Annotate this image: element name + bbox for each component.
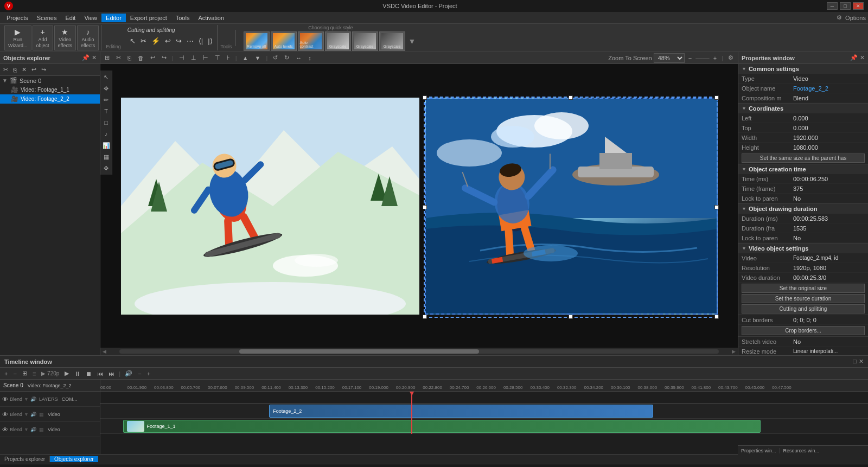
trim-left[interactable]: ⟨| <box>196 35 205 47</box>
canvas-delete[interactable]: 🗑 <box>136 54 146 62</box>
track2-row[interactable]: Footage_2_2 <box>100 404 868 419</box>
cutting-splitting-button[interactable]: Cutting and splitting <box>742 304 865 314</box>
minimize-button[interactable]: ─ <box>827 2 838 10</box>
clip-footage1-preview[interactable] <box>121 98 419 315</box>
options-label[interactable]: Options <box>845 15 866 21</box>
coordinates-header[interactable]: ▼ Coordinates <box>738 104 868 113</box>
prop-close-btn[interactable]: ✕ <box>860 54 865 61</box>
time-frame-value[interactable]: 375 <box>793 185 865 192</box>
track3-row[interactable]: Footage_1_1 <box>100 419 868 434</box>
tl-rewind[interactable]: ⏮ <box>95 369 105 378</box>
zoom-select[interactable]: 48% 25% 50% 75% 100% <box>654 53 685 63</box>
scissors-tool[interactable]: ⚡ <box>149 35 162 47</box>
bring-forward[interactable]: ▲ <box>240 54 251 62</box>
audio-tool[interactable]: ♪ <box>101 129 112 139</box>
tab-projects-explorer[interactable]: Projects explorer <box>0 456 50 462</box>
crop-borders-button[interactable]: Crop borders... <box>742 326 865 335</box>
tl-pause[interactable]: ⏸ <box>72 369 82 378</box>
timeline-expand-btn[interactable]: □ <box>853 358 857 365</box>
menu-view[interactable]: View <box>80 14 101 22</box>
close-button[interactable]: ✕ <box>853 2 864 10</box>
top-value[interactable]: 0.000 <box>793 125 865 131</box>
tab-objects-explorer[interactable]: Objects explorer <box>50 456 98 462</box>
creation-time-header[interactable]: ▼ Object creation time <box>738 164 868 174</box>
quick-style-more[interactable]: ▼ <box>406 35 418 47</box>
objects-pin-button[interactable]: 📌 <box>82 54 90 61</box>
quick-style-auto-contrast[interactable]: Auto contrast <box>298 31 324 51</box>
canvas-copy[interactable]: ⎘ <box>125 54 133 62</box>
scroll-left-btn[interactable]: ◀ <box>100 349 108 354</box>
tl-remove-track[interactable]: − <box>11 369 18 378</box>
tl-expand[interactable]: ⊞ <box>20 369 29 378</box>
run-wizard-button[interactable]: ▶ Run Wizard... <box>4 25 31 50</box>
tree-item-footage1[interactable]: 🎥 Video: Footage_1_1 <box>0 85 100 94</box>
pen-tool[interactable]: ✏ <box>101 94 112 105</box>
align-left[interactable]: ⊣ <box>177 53 187 62</box>
left-value[interactable]: 0.000 <box>793 115 865 121</box>
clip-footage2-preview[interactable] <box>425 98 718 315</box>
tl-vol-down[interactable]: − <box>136 369 143 378</box>
canvas-scrollbar[interactable]: ◀ ▶ <box>100 348 738 355</box>
clip-footage1[interactable]: Footage_1_1 <box>123 420 760 433</box>
track1-eye[interactable]: 👁 <box>2 396 8 402</box>
tab-resources-window[interactable]: Resources win... <box>780 448 823 453</box>
height-value[interactable]: 1080.000 <box>793 144 865 151</box>
tl-vol-up[interactable]: + <box>145 369 152 378</box>
more-tool[interactable]: ✥ <box>101 163 112 174</box>
redo-btn[interactable]: ↪ <box>174 35 184 47</box>
trim-right[interactable]: |⟩ <box>206 35 214 47</box>
objects-close-button[interactable]: ✕ <box>92 54 97 61</box>
split-tool[interactable]: ⋯ <box>184 35 196 47</box>
track2-audio-eye[interactable]: 🔊 <box>30 412 36 417</box>
set-original-size-button[interactable]: Set the original size <box>742 284 865 293</box>
select-all-btn[interactable]: ⊞ <box>103 53 112 62</box>
obj-delete[interactable]: ✕ <box>20 65 29 74</box>
video-effects-button[interactable]: ★ Video effects <box>54 25 76 50</box>
obj-copy[interactable]: ⎘ <box>11 66 19 74</box>
quick-style-grayscale-2[interactable]: Grayscale <box>352 31 378 51</box>
tree-item-scene0[interactable]: ▼ 🎬 Scene 0 <box>0 76 100 85</box>
canvas-redo[interactable]: ↪ <box>159 53 169 62</box>
duration-fra-value[interactable]: 1535 <box>793 225 865 232</box>
canvas-settings[interactable]: ⚙ <box>726 53 736 62</box>
handle-bc[interactable] <box>569 315 573 319</box>
tl-ffwd[interactable]: ⏭ <box>106 369 117 378</box>
scroll-right-btn[interactable]: ▶ <box>730 349 738 354</box>
canvas-undo[interactable]: ↩ <box>148 53 157 62</box>
cut-tool[interactable]: ✂ <box>138 35 149 47</box>
obj-redo[interactable]: ↪ <box>39 65 48 74</box>
align-bottom[interactable]: ⊦ <box>225 53 232 62</box>
send-back[interactable]: ▼ <box>253 54 263 62</box>
align-right[interactable]: ⊢ <box>201 53 210 62</box>
flip-h[interactable]: ↔ <box>293 54 304 62</box>
undo-btn[interactable]: ↩ <box>163 35 173 47</box>
menu-editor[interactable]: Editor <box>101 14 126 22</box>
playhead[interactable] <box>411 392 412 434</box>
lock-parent-value[interactable]: No <box>793 195 865 202</box>
tl-play[interactable]: ▶ <box>62 369 71 378</box>
quick-style-remove-all[interactable]: Remove all <box>244 31 270 51</box>
menu-projects[interactable]: Projects <box>2 14 33 22</box>
track3-audio-eye[interactable]: 🔊 <box>30 427 36 432</box>
tl-layers[interactable]: ≡ <box>30 369 38 378</box>
menu-activation[interactable]: Activation <box>194 14 228 22</box>
tab-properties-window[interactable]: Properties win... <box>738 448 780 453</box>
audio-effects-button[interactable]: ♪ Audio effects <box>77 25 99 50</box>
quick-style-grayscale-3[interactable]: Grayscale <box>379 31 405 51</box>
filter-tool[interactable]: ▦ <box>101 151 112 162</box>
duration-ms-value[interactable]: 00:00:25.583 <box>793 215 865 222</box>
align-top[interactable]: ⊤ <box>213 53 222 62</box>
chart-tool[interactable]: 📊 <box>101 140 112 151</box>
move-tool[interactable]: ✥ <box>101 83 112 94</box>
zoom-in[interactable]: + <box>711 54 719 62</box>
track1-audio-eye[interactable]: 🔊 <box>30 396 36 402</box>
tl-volume[interactable]: 🔊 <box>123 369 135 378</box>
rotate-cw[interactable]: ↻ <box>282 53 291 62</box>
timeline-close-btn[interactable]: ✕ <box>859 358 864 365</box>
lock-parent2-value[interactable]: No <box>793 235 865 241</box>
quick-style-auto-levels[interactable]: Auto levels <box>271 31 297 51</box>
shape-tool[interactable]: □ <box>101 117 112 128</box>
scroll-thumb[interactable] <box>239 349 479 354</box>
restore-button[interactable]: □ <box>840 2 851 10</box>
arrow-tool[interactable]: ↖ <box>127 35 138 47</box>
